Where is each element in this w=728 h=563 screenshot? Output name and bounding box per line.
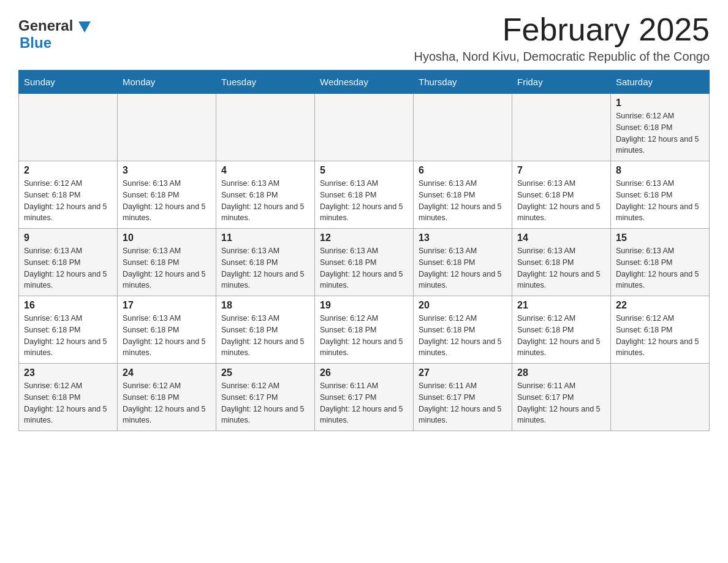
calendar-cell: 6Sunrise: 6:13 AMSunset: 6:18 PMDaylight…	[414, 161, 512, 229]
day-info: Sunrise: 6:13 AMSunset: 6:18 PMDaylight:…	[616, 245, 704, 291]
calendar-cell: 15Sunrise: 6:13 AMSunset: 6:18 PMDayligh…	[611, 229, 710, 296]
day-info: Sunrise: 6:12 AMSunset: 6:18 PMDaylight:…	[517, 313, 605, 359]
day-info: Sunrise: 6:13 AMSunset: 6:18 PMDaylight:…	[616, 178, 704, 224]
day-info: Sunrise: 6:11 AMSunset: 6:17 PMDaylight:…	[419, 380, 507, 426]
day-number: 14	[517, 232, 605, 243]
day-info: Sunrise: 6:13 AMSunset: 6:18 PMDaylight:…	[419, 245, 507, 291]
calendar-cell	[118, 94, 216, 161]
day-info: Sunrise: 6:13 AMSunset: 6:18 PMDaylight:…	[123, 178, 211, 224]
calendar-cell: 14Sunrise: 6:13 AMSunset: 6:18 PMDayligh…	[512, 229, 611, 296]
calendar-cell: 26Sunrise: 6:11 AMSunset: 6:17 PMDayligh…	[315, 364, 414, 431]
header-monday: Monday	[118, 71, 216, 94]
day-number: 20	[419, 300, 507, 311]
day-number: 17	[123, 300, 211, 311]
day-number: 21	[517, 300, 605, 311]
calendar-cell: 27Sunrise: 6:11 AMSunset: 6:17 PMDayligh…	[414, 364, 512, 431]
logo-arrow-icon	[78, 21, 91, 33]
calendar-cell	[19, 94, 118, 161]
calendar-cell: 11Sunrise: 6:13 AMSunset: 6:18 PMDayligh…	[216, 229, 315, 296]
calendar-cell: 24Sunrise: 6:12 AMSunset: 6:18 PMDayligh…	[118, 364, 216, 431]
day-info: Sunrise: 6:12 AMSunset: 6:18 PMDaylight:…	[24, 380, 112, 426]
calendar-cell: 7Sunrise: 6:13 AMSunset: 6:18 PMDaylight…	[512, 161, 611, 229]
day-number: 26	[320, 367, 408, 378]
logo: General Blue	[18, 12, 91, 51]
calendar-week-row: 23Sunrise: 6:12 AMSunset: 6:18 PMDayligh…	[19, 364, 710, 431]
day-number: 28	[517, 367, 605, 378]
calendar-cell: 17Sunrise: 6:13 AMSunset: 6:18 PMDayligh…	[118, 296, 216, 364]
day-number: 27	[419, 367, 507, 378]
header-saturday: Saturday	[611, 71, 710, 94]
month-title: February 2025	[414, 12, 710, 47]
calendar-week-row: 1Sunrise: 6:12 AMSunset: 6:18 PMDaylight…	[19, 94, 710, 161]
day-info: Sunrise: 6:13 AMSunset: 6:18 PMDaylight:…	[320, 245, 408, 291]
day-number: 24	[123, 367, 211, 378]
day-info: Sunrise: 6:12 AMSunset: 6:18 PMDaylight:…	[419, 313, 507, 359]
day-number: 1	[616, 98, 704, 109]
logo-blue-text: Blue	[20, 34, 91, 52]
calendar-cell: 1Sunrise: 6:12 AMSunset: 6:18 PMDaylight…	[611, 94, 710, 161]
calendar-cell: 20Sunrise: 6:12 AMSunset: 6:18 PMDayligh…	[414, 296, 512, 364]
day-info: Sunrise: 6:13 AMSunset: 6:18 PMDaylight:…	[123, 313, 211, 359]
day-number: 19	[320, 300, 408, 311]
calendar-cell: 22Sunrise: 6:12 AMSunset: 6:18 PMDayligh…	[611, 296, 710, 364]
calendar-cell: 19Sunrise: 6:12 AMSunset: 6:18 PMDayligh…	[315, 296, 414, 364]
calendar-cell: 12Sunrise: 6:13 AMSunset: 6:18 PMDayligh…	[315, 229, 414, 296]
day-number: 6	[419, 165, 507, 176]
day-number: 8	[616, 165, 704, 176]
day-number: 11	[221, 232, 309, 243]
calendar-cell: 13Sunrise: 6:13 AMSunset: 6:18 PMDayligh…	[414, 229, 512, 296]
day-info: Sunrise: 6:13 AMSunset: 6:18 PMDaylight:…	[517, 178, 605, 224]
day-number: 13	[419, 232, 507, 243]
header-thursday: Thursday	[414, 71, 512, 94]
day-info: Sunrise: 6:11 AMSunset: 6:17 PMDaylight:…	[320, 380, 408, 426]
calendar-cell: 25Sunrise: 6:12 AMSunset: 6:17 PMDayligh…	[216, 364, 315, 431]
header-sunday: Sunday	[19, 71, 118, 94]
day-number: 25	[221, 367, 309, 378]
calendar-cell: 5Sunrise: 6:13 AMSunset: 6:18 PMDaylight…	[315, 161, 414, 229]
calendar-week-row: 9Sunrise: 6:13 AMSunset: 6:18 PMDaylight…	[19, 229, 710, 296]
day-info: Sunrise: 6:13 AMSunset: 6:18 PMDaylight:…	[419, 178, 507, 224]
calendar-cell: 23Sunrise: 6:12 AMSunset: 6:18 PMDayligh…	[19, 364, 118, 431]
calendar-header-row: Sunday Monday Tuesday Wednesday Thursday…	[19, 71, 710, 94]
header-wednesday: Wednesday	[315, 71, 414, 94]
svg-marker-0	[78, 21, 91, 33]
calendar-cell: 3Sunrise: 6:13 AMSunset: 6:18 PMDaylight…	[118, 161, 216, 229]
day-info: Sunrise: 6:12 AMSunset: 6:18 PMDaylight:…	[24, 178, 112, 224]
day-info: Sunrise: 6:12 AMSunset: 6:18 PMDaylight:…	[320, 313, 408, 359]
calendar-cell: 4Sunrise: 6:13 AMSunset: 6:18 PMDaylight…	[216, 161, 315, 229]
day-number: 18	[221, 300, 309, 311]
day-number: 5	[320, 165, 408, 176]
calendar-week-row: 2Sunrise: 6:12 AMSunset: 6:18 PMDaylight…	[19, 161, 710, 229]
day-info: Sunrise: 6:12 AMSunset: 6:18 PMDaylight:…	[123, 380, 211, 426]
day-number: 7	[517, 165, 605, 176]
calendar-cell: 9Sunrise: 6:13 AMSunset: 6:18 PMDaylight…	[19, 229, 118, 296]
calendar-cell: 8Sunrise: 6:13 AMSunset: 6:18 PMDaylight…	[611, 161, 710, 229]
calendar-week-row: 16Sunrise: 6:13 AMSunset: 6:18 PMDayligh…	[19, 296, 710, 364]
day-info: Sunrise: 6:13 AMSunset: 6:18 PMDaylight:…	[24, 245, 112, 291]
day-number: 4	[221, 165, 309, 176]
calendar-cell	[216, 94, 315, 161]
calendar-cell: 18Sunrise: 6:13 AMSunset: 6:18 PMDayligh…	[216, 296, 315, 364]
day-number: 12	[320, 232, 408, 243]
day-info: Sunrise: 6:12 AMSunset: 6:18 PMDaylight:…	[616, 110, 704, 156]
calendar-cell: 16Sunrise: 6:13 AMSunset: 6:18 PMDayligh…	[19, 296, 118, 364]
day-info: Sunrise: 6:13 AMSunset: 6:18 PMDaylight:…	[221, 313, 309, 359]
day-info: Sunrise: 6:13 AMSunset: 6:18 PMDaylight:…	[320, 178, 408, 224]
calendar-cell: 28Sunrise: 6:11 AMSunset: 6:17 PMDayligh…	[512, 364, 611, 431]
calendar-cell: 2Sunrise: 6:12 AMSunset: 6:18 PMDaylight…	[19, 161, 118, 229]
day-info: Sunrise: 6:13 AMSunset: 6:18 PMDaylight:…	[24, 313, 112, 359]
header-tuesday: Tuesday	[216, 71, 315, 94]
day-number: 23	[24, 367, 112, 378]
day-info: Sunrise: 6:13 AMSunset: 6:18 PMDaylight:…	[221, 178, 309, 224]
calendar-cell	[611, 364, 710, 431]
calendar-cell: 21Sunrise: 6:12 AMSunset: 6:18 PMDayligh…	[512, 296, 611, 364]
day-number: 22	[616, 300, 704, 311]
day-info: Sunrise: 6:13 AMSunset: 6:18 PMDaylight:…	[221, 245, 309, 291]
logo-general-text: General	[18, 17, 91, 34]
calendar-cell	[315, 94, 414, 161]
title-section: February 2025 Hyosha, Nord Kivu, Democra…	[414, 12, 710, 64]
calendar-cell	[414, 94, 512, 161]
calendar-cell	[512, 94, 611, 161]
day-number: 3	[123, 165, 211, 176]
day-info: Sunrise: 6:13 AMSunset: 6:18 PMDaylight:…	[123, 245, 211, 291]
